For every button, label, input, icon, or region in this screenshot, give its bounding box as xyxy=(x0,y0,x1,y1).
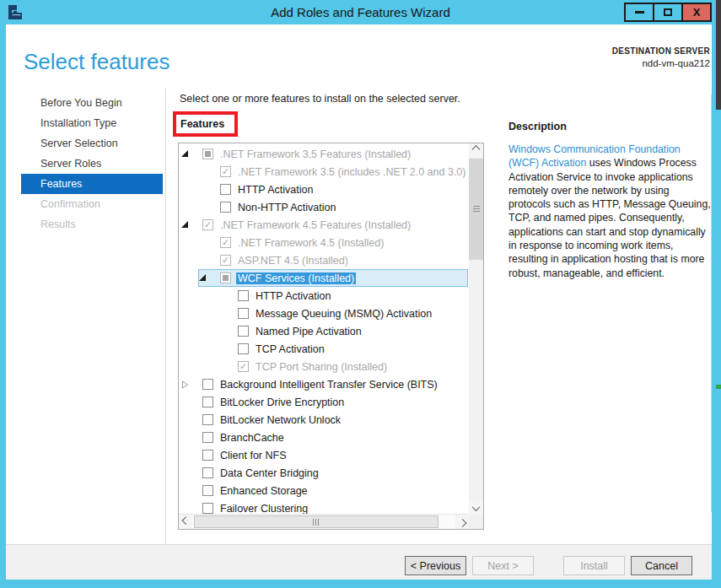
checkbox[interactable]: ✓ xyxy=(238,361,249,372)
tree-row[interactable]: Data Center Bridging xyxy=(179,464,468,482)
checkbox[interactable] xyxy=(202,485,213,496)
sidebar-item-installation-type[interactable]: Installation Type xyxy=(21,113,163,133)
scrollbar-grip xyxy=(473,206,480,213)
tree-row[interactable]: Named Pipe Activation xyxy=(179,322,468,340)
scroll-down-button[interactable] xyxy=(469,501,483,515)
tree-item-label: .NET Framework 4.5 (Installed) xyxy=(238,237,384,249)
sidebar-item-server-roles[interactable]: Server Roles xyxy=(21,154,163,174)
panel-edge-line xyxy=(711,94,712,512)
tree-row[interactable]: WCF Services (Installed) xyxy=(179,269,468,287)
scroll-right-button[interactable] xyxy=(455,515,469,529)
checkbox[interactable] xyxy=(202,148,213,159)
tree-item-label: BranchCache xyxy=(220,432,284,444)
tree-row[interactable]: ✓.NET Framework 4.5 Features (Installed) xyxy=(179,216,468,234)
tree-row[interactable]: Enhanced Storage xyxy=(179,482,468,499)
checkbox[interactable] xyxy=(202,432,213,443)
tree-row[interactable]: Non-HTTP Activation xyxy=(179,198,468,216)
tree-item-label: TCP Port Sharing (Installed) xyxy=(256,361,387,373)
tree-row[interactable]: Failover Clustering xyxy=(179,499,468,515)
expand-arrow-icon[interactable] xyxy=(181,221,202,229)
features-section-label: Features xyxy=(180,118,224,130)
tree-item-label: .NET Framework 3.5 Features (Installed) xyxy=(220,148,411,160)
tree-row[interactable]: Background Intelligent Transfer Service … xyxy=(179,375,468,393)
sidebar-divider xyxy=(165,89,166,544)
tree-item-label: .NET Framework 4.5 Features (Installed) xyxy=(220,219,411,231)
tree-item-label: Failover Clustering xyxy=(220,503,308,515)
screen-edge-artifact xyxy=(716,0,721,110)
checkbox[interactable]: ✓ xyxy=(220,255,231,266)
checkbox[interactable] xyxy=(220,202,231,213)
tree-row[interactable]: .NET Framework 3.5 Features (Installed) xyxy=(179,145,468,163)
window-border-bottom xyxy=(0,580,721,588)
tree-row[interactable]: Client for NFS xyxy=(179,446,468,464)
checkbox[interactable] xyxy=(202,414,213,425)
vertical-scrollbar-thumb[interactable] xyxy=(469,159,483,260)
checkbox[interactable]: ✓ xyxy=(220,166,231,177)
description-body: uses Windows Process Activation Service … xyxy=(508,157,711,278)
page-title: Select features xyxy=(24,49,169,75)
checkbox[interactable] xyxy=(202,503,213,514)
tree-item-label: Non-HTTP Activation xyxy=(238,202,336,213)
sidebar-item-server-selection[interactable]: Server Selection xyxy=(21,133,163,154)
tree-row[interactable]: TCP Activation xyxy=(179,340,468,358)
tree-item-label: Background Intelligent Transfer Service … xyxy=(220,379,438,391)
checkbox[interactable] xyxy=(202,450,213,461)
close-button[interactable]: X xyxy=(681,3,712,22)
sidebar-item-before-you-begin[interactable]: Before You Begin xyxy=(21,93,163,113)
tree-row[interactable]: ✓ASP.NET 4.5 (Installed) xyxy=(179,251,468,269)
checkbox[interactable] xyxy=(238,343,249,354)
maximize-icon xyxy=(664,8,672,16)
checkbox[interactable] xyxy=(202,379,213,390)
checkbox[interactable] xyxy=(202,396,213,407)
checkbox[interactable] xyxy=(202,467,213,478)
tree-row[interactable]: BitLocker Drive Encryption xyxy=(179,393,468,411)
scroll-up-button[interactable] xyxy=(469,143,483,157)
features-label-highlight-box: Features xyxy=(173,111,238,137)
chevron-right-icon xyxy=(458,519,466,527)
tree-item-label: HTTP Activation xyxy=(238,184,313,196)
cancel-button[interactable]: Cancel xyxy=(631,556,692,575)
checkbox[interactable]: ✓ xyxy=(202,219,213,230)
tree-row[interactable]: BitLocker Network Unlock xyxy=(179,411,468,429)
window-title: Add Roles and Features Wizard xyxy=(0,5,721,19)
wizard-sidebar: Before You BeginInstallation TypeServer … xyxy=(21,93,163,235)
title-bar[interactable]: Add Roles and Features Wizard X xyxy=(0,0,721,24)
tree-item-label: .NET Framework 3.5 (includes .NET 2.0 an… xyxy=(238,166,468,178)
tree-item-label: Data Center Bridging xyxy=(220,467,319,479)
tree-row[interactable]: Message Queuing (MSMQ) Activation xyxy=(179,305,468,322)
description-heading: Description xyxy=(508,121,711,132)
checkbox[interactable] xyxy=(238,308,249,319)
scroll-left-button[interactable] xyxy=(179,515,192,529)
tree-row[interactable]: ✓.NET Framework 4.5 (Installed) xyxy=(179,234,468,251)
checkbox[interactable] xyxy=(238,290,249,301)
tree-item-label: TCP Activation xyxy=(256,343,325,355)
tree-row[interactable]: HTTP Activation xyxy=(179,181,468,198)
tree-row[interactable]: HTTP Activation xyxy=(179,287,468,305)
chevron-up-icon xyxy=(472,145,481,154)
checkbox[interactable] xyxy=(238,326,249,337)
expand-arrow-icon[interactable] xyxy=(181,150,202,158)
expand-arrow-icon[interactable] xyxy=(199,274,220,282)
horizontal-scrollbar[interactable] xyxy=(179,514,469,529)
tree-row[interactable]: BranchCache xyxy=(179,429,468,446)
horizontal-scrollbar-thumb[interactable] xyxy=(194,515,439,528)
tree-row[interactable]: ✓TCP Port Sharing (Installed) xyxy=(179,358,468,375)
destination-server-block: DESTINATION SERVER ndd-vm-qua212 xyxy=(612,46,710,68)
instruction-text: Select one or more features to install o… xyxy=(180,93,460,105)
tree-row[interactable]: ✓.NET Framework 3.5 (includes .NET 2.0 a… xyxy=(179,163,468,181)
scrollbar-grip xyxy=(313,519,320,526)
sidebar-item-features[interactable]: Features xyxy=(21,174,163,194)
minimize-icon xyxy=(635,11,644,13)
collapse-arrow-icon[interactable] xyxy=(181,380,202,389)
tree-item-label: BitLocker Drive Encryption xyxy=(220,396,344,408)
checkbox[interactable]: ✓ xyxy=(220,237,231,248)
tree-item-label: Enhanced Storage xyxy=(220,485,308,497)
maximize-button[interactable] xyxy=(653,3,683,22)
vertical-scrollbar[interactable] xyxy=(469,143,483,515)
checkbox[interactable] xyxy=(220,272,231,283)
checkbox[interactable] xyxy=(220,184,231,195)
previous-button[interactable]: < Previous xyxy=(405,556,466,575)
install-button: Install xyxy=(563,556,625,575)
description-panel: Description Windows Communication Founda… xyxy=(508,121,711,280)
minimize-button[interactable] xyxy=(624,3,654,22)
